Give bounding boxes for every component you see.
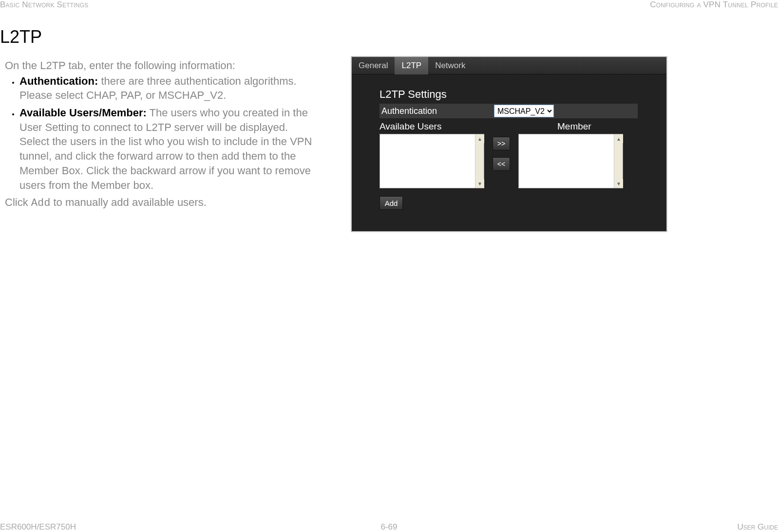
tab-l2tp[interactable]: L2TP — [395, 57, 428, 74]
section-title: L2TP Settings — [380, 88, 666, 101]
intro-line: On the L2TP tab, enter the following inf… — [5, 58, 317, 73]
bullet-available-users: Available Users/Member: The users who yo… — [19, 106, 317, 192]
bullet-bold-0: Authentication: — [19, 75, 98, 87]
click-mono: Add — [31, 197, 51, 209]
page-title: L2TP — [0, 27, 42, 47]
available-users-listbox[interactable]: ▲ ▼ — [380, 134, 484, 188]
available-users-label: Availabe Users — [380, 121, 518, 132]
click-pre: Click — [5, 196, 31, 208]
scroll-track[interactable] — [475, 143, 484, 179]
backward-arrow-button[interactable]: << — [493, 157, 510, 171]
click-line: Click Add to manually add available user… — [5, 195, 317, 211]
tab-network[interactable]: Network — [428, 57, 472, 74]
bullet-rest-1: The users who you created in the User Se… — [19, 107, 312, 191]
tab-general[interactable]: General — [352, 57, 395, 74]
bullet-authentication: Authentication: there are three authenti… — [19, 74, 317, 103]
add-button[interactable]: Add — [380, 196, 403, 210]
scroll-up-icon[interactable]: ▲ — [475, 134, 484, 143]
bullet-bold-1: Available Users/Member: — [19, 107, 147, 119]
scrollbar[interactable]: ▲ ▼ — [475, 134, 484, 188]
scroll-down-icon-2[interactable]: ▼ — [614, 179, 623, 188]
footer-mid: 6-69 — [380, 522, 397, 532]
auth-row: Authentication CHAP PAP MSCHAP_V2 — [380, 104, 638, 118]
footer-right: User Guide — [737, 522, 778, 532]
forward-arrow-button[interactable]: >> — [493, 137, 510, 150]
header-left: Basic Network Settings — [0, 0, 88, 10]
auth-label: Authentication — [380, 106, 494, 116]
scroll-down-icon[interactable]: ▼ — [475, 179, 484, 188]
auth-select[interactable]: CHAP PAP MSCHAP_V2 — [494, 105, 554, 117]
header-right: Configuring a VPN Tunnel Profile — [650, 0, 778, 10]
scroll-up-icon-2[interactable]: ▲ — [614, 134, 623, 143]
scroll-track-2[interactable] — [614, 143, 623, 179]
scrollbar-2[interactable]: ▲ ▼ — [614, 134, 623, 188]
click-post: to manually add available users. — [50, 196, 206, 208]
member-label: Member — [557, 121, 652, 132]
member-listbox[interactable]: ▲ ▼ — [518, 134, 623, 188]
columns-header: Availabe Users Member — [380, 121, 652, 132]
screenshot-panel: General L2TP Network L2TP Settings Authe… — [351, 56, 667, 232]
footer-left: ESR600H/ESR750H — [0, 522, 76, 532]
instruction-text: On the L2TP tab, enter the following inf… — [5, 56, 317, 232]
tab-bar: General L2TP Network — [352, 57, 666, 74]
